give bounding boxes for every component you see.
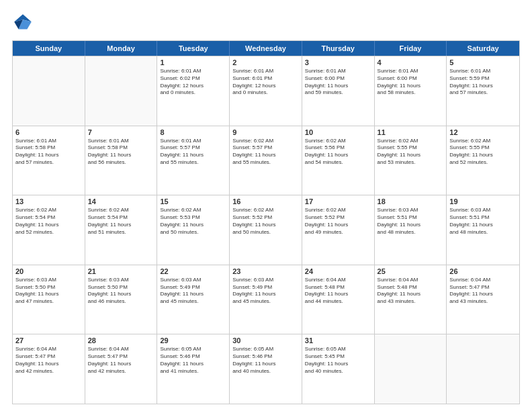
day-info-line: Sunrise: 6:05 AM	[305, 346, 371, 353]
day-number: 7	[88, 128, 154, 136]
day-info-line: Sunset: 6:00 PM	[305, 75, 371, 83]
day-info-line: Daylight: 11 hours	[88, 222, 154, 229]
day-number: 17	[305, 197, 371, 205]
day-info-line: Daylight: 11 hours	[378, 152, 444, 159]
day-number: 14	[88, 197, 154, 205]
day-cell-4: 4Sunrise: 6:01 AMSunset: 6:00 PMDaylight…	[375, 56, 447, 126]
day-info-line: and 48 minutes.	[449, 229, 517, 236]
day-info-line: Daylight: 11 hours	[378, 291, 444, 298]
day-info-line: Sunset: 5:46 PM	[232, 353, 299, 361]
day-number: 9	[232, 128, 299, 136]
day-info-line: Sunset: 5:59 PM	[449, 75, 517, 83]
day-number: 12	[449, 128, 517, 136]
day-cell-23: 23Sunrise: 6:03 AMSunset: 5:49 PMDayligh…	[230, 265, 302, 334]
day-info-line: and 52 minutes.	[449, 159, 517, 167]
day-info-line: Sunrise: 6:03 AM	[449, 207, 517, 214]
day-info-line: Sunrise: 6:01 AM	[88, 138, 154, 145]
day-info-line: and 43 minutes.	[378, 298, 444, 306]
day-info-line: Daylight: 11 hours	[305, 291, 371, 298]
day-info-line: and 41 minutes.	[160, 368, 226, 375]
day-info-line: and 44 minutes.	[305, 298, 371, 306]
day-info-line: Sunset: 5:56 PM	[305, 144, 371, 152]
day-info-line: Sunset: 5:50 PM	[15, 284, 82, 291]
day-info-line: Daylight: 12 hours	[160, 83, 226, 90]
day-number: 11	[378, 128, 444, 136]
day-number: 4	[378, 58, 444, 66]
day-info-line: and 57 minutes.	[15, 159, 82, 167]
header-day-thursday: Thursday	[302, 41, 375, 56]
day-cell-20: 20Sunrise: 6:03 AMSunset: 5:50 PMDayligh…	[13, 265, 85, 334]
day-cell-10: 10Sunrise: 6:02 AMSunset: 5:56 PMDayligh…	[302, 126, 375, 195]
day-info-line: Daylight: 11 hours	[160, 222, 226, 229]
day-cell-26: 26Sunrise: 6:04 AMSunset: 5:47 PMDayligh…	[447, 265, 519, 334]
day-info-line: Daylight: 11 hours	[305, 222, 371, 229]
day-info-line: Sunset: 6:02 PM	[160, 75, 226, 83]
day-info-line: and 40 minutes.	[232, 368, 299, 375]
week-row-3: 13Sunrise: 6:02 AMSunset: 5:54 PMDayligh…	[13, 195, 519, 265]
day-cell-30: 30Sunrise: 6:05 AMSunset: 5:46 PMDayligh…	[230, 334, 302, 404]
day-info-line: Sunset: 5:49 PM	[160, 284, 226, 291]
day-info-line: and 48 minutes.	[378, 229, 444, 236]
day-cell-1: 1Sunrise: 6:01 AMSunset: 6:02 PMDaylight…	[157, 56, 230, 126]
day-cell-25: 25Sunrise: 6:04 AMSunset: 5:48 PMDayligh…	[375, 265, 447, 334]
day-cell-8: 8Sunrise: 6:01 AMSunset: 5:57 PMDaylight…	[157, 126, 230, 195]
day-info-line: and 46 minutes.	[88, 298, 154, 306]
day-info-line: and 43 minutes.	[449, 298, 517, 306]
day-info-line: Daylight: 11 hours	[160, 152, 226, 159]
day-info-line: Daylight: 11 hours	[232, 361, 299, 368]
day-info-line: Sunrise: 6:03 AM	[232, 277, 299, 284]
day-cell-31: 31Sunrise: 6:05 AMSunset: 5:45 PMDayligh…	[302, 334, 375, 404]
day-number: 15	[160, 197, 226, 205]
day-number: 2	[232, 58, 299, 66]
day-number: 18	[378, 197, 444, 205]
day-info-line: Sunrise: 6:01 AM	[232, 68, 299, 75]
day-cell-empty	[447, 334, 519, 404]
day-info-line: Sunrise: 6:01 AM	[378, 68, 444, 75]
day-info-line: and 59 minutes.	[305, 89, 371, 97]
day-info-line: Daylight: 11 hours	[15, 291, 82, 298]
day-info-line: Sunrise: 6:05 AM	[160, 346, 226, 353]
day-number: 10	[305, 128, 371, 136]
day-cell-22: 22Sunrise: 6:03 AMSunset: 5:49 PMDayligh…	[157, 265, 230, 334]
day-cell-9: 9Sunrise: 6:02 AMSunset: 5:57 PMDaylight…	[230, 126, 302, 195]
day-info-line: Sunset: 6:01 PM	[232, 75, 299, 83]
header	[12, 12, 520, 34]
day-info-line: and 57 minutes.	[449, 89, 517, 97]
day-cell-3: 3Sunrise: 6:01 AMSunset: 6:00 PMDaylight…	[302, 56, 375, 126]
day-number: 16	[232, 197, 299, 205]
day-number: 8	[160, 128, 226, 136]
day-info-line: and 54 minutes.	[305, 159, 371, 167]
day-cell-empty	[85, 56, 158, 126]
day-cell-17: 17Sunrise: 6:02 AMSunset: 5:52 PMDayligh…	[302, 195, 375, 265]
logo-icon	[12, 12, 34, 34]
day-cell-6: 6Sunrise: 6:01 AMSunset: 5:58 PMDaylight…	[13, 126, 85, 195]
day-info-line: Sunset: 5:54 PM	[88, 214, 154, 222]
day-info-line: Sunset: 5:51 PM	[449, 214, 517, 222]
day-info-line: and 42 minutes.	[88, 368, 154, 375]
day-info-line: Sunrise: 6:02 AM	[232, 207, 299, 214]
day-number: 3	[305, 58, 371, 66]
day-info-line: Sunset: 5:52 PM	[232, 214, 299, 222]
day-info-line: Daylight: 11 hours	[88, 152, 154, 159]
day-info-line: Sunrise: 6:02 AM	[305, 138, 371, 145]
week-row-4: 20Sunrise: 6:03 AMSunset: 5:50 PMDayligh…	[13, 265, 519, 334]
day-number: 24	[305, 267, 371, 275]
day-number: 27	[15, 336, 82, 345]
day-number: 13	[15, 197, 82, 205]
day-cell-27: 27Sunrise: 6:04 AMSunset: 5:47 PMDayligh…	[13, 334, 85, 404]
day-cell-21: 21Sunrise: 6:03 AMSunset: 5:50 PMDayligh…	[85, 265, 158, 334]
day-info-line: and 58 minutes.	[378, 89, 444, 97]
day-info-line: Sunset: 5:46 PM	[160, 353, 226, 361]
day-info-line: and 0 minutes.	[160, 89, 226, 97]
day-info-line: Sunset: 5:57 PM	[160, 144, 226, 152]
day-info-line: Daylight: 11 hours	[232, 291, 299, 298]
day-info-line: and 51 minutes.	[88, 229, 154, 236]
day-info-line: Sunset: 5:47 PM	[88, 353, 154, 361]
day-info-line: Sunset: 5:57 PM	[232, 144, 299, 152]
day-info-line: and 52 minutes.	[15, 229, 82, 236]
day-info-line: Sunrise: 6:01 AM	[449, 68, 517, 75]
day-info-line: Sunset: 5:45 PM	[305, 353, 371, 361]
day-info-line: and 50 minutes.	[160, 229, 226, 236]
day-cell-15: 15Sunrise: 6:02 AMSunset: 5:53 PMDayligh…	[157, 195, 230, 265]
day-info-line: Daylight: 11 hours	[378, 83, 444, 90]
